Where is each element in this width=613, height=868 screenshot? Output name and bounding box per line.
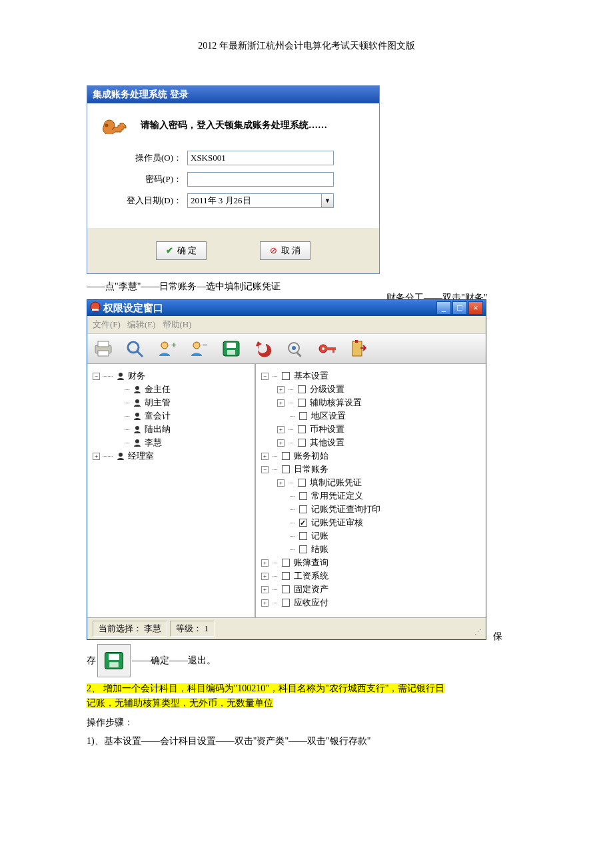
tree-expander-icon[interactable]: +: [261, 559, 269, 567]
perm-item[interactable]: ┈常用凭证定义: [261, 489, 480, 503]
toolbar-print-icon[interactable]: [90, 337, 117, 361]
operator-label: 操作员(O)：: [101, 152, 187, 164]
tree-person[interactable]: ┈李慧: [93, 436, 249, 449]
password-label: 密码(P)：: [101, 173, 187, 185]
checkbox[interactable]: [282, 599, 290, 607]
permission-window: 权限设定窗口 _ □ × 文件(F) 编辑(E) 帮助(H) + − − ┈┈ …: [87, 299, 486, 640]
perm-item[interactable]: −┈基本设置: [261, 369, 480, 383]
checkbox[interactable]: [299, 412, 307, 420]
password-input[interactable]: [187, 172, 334, 187]
close-button[interactable]: ×: [468, 301, 483, 315]
checkbox[interactable]: [282, 465, 290, 473]
save-line-prefix: 存: [87, 653, 96, 668]
perm-item[interactable]: +┈账簿查询: [261, 556, 480, 569]
person-name: 陆出纳: [145, 423, 171, 435]
toolbar-remove-user-icon[interactable]: −: [186, 337, 213, 361]
checkbox[interactable]: [298, 439, 306, 447]
minimize-button[interactable]: _: [436, 301, 451, 315]
toolbar-settings-icon[interactable]: [282, 337, 308, 361]
perm-item[interactable]: ┈记账凭证查询打印: [261, 503, 480, 516]
checkbox[interactable]: [299, 545, 307, 553]
operator-input[interactable]: [187, 151, 334, 165]
menu-edit[interactable]: 编辑(E): [127, 319, 156, 331]
tree-expander-icon[interactable]: +: [261, 586, 269, 593]
tree-expander-icon[interactable]: +: [261, 599, 269, 607]
checkbox[interactable]: [299, 492, 307, 500]
menu-file[interactable]: 文件(F): [93, 319, 121, 331]
toolbar-search-icon[interactable]: [122, 337, 149, 361]
svg-point-28: [135, 426, 139, 430]
tree-expander-icon[interactable]: +: [261, 573, 269, 580]
tree-expander-icon[interactable]: +: [277, 426, 285, 433]
perm-label: 基本设置: [294, 370, 328, 382]
checkbox[interactable]: [282, 452, 290, 460]
tree-expander-icon[interactable]: +: [277, 439, 285, 447]
tree-expander-icon[interactable]: −: [261, 466, 269, 473]
perm-item[interactable]: ┈地区设置: [261, 409, 480, 423]
person-icon: [133, 385, 142, 394]
svg-point-0: [105, 124, 109, 127]
toolbar-key-icon[interactable]: [314, 337, 340, 361]
tree-expander-icon[interactable]: +: [261, 453, 269, 460]
checkbox[interactable]: [298, 399, 306, 407]
checkbox[interactable]: [282, 559, 290, 567]
svg-rect-5: [98, 351, 109, 356]
perm-item[interactable]: +┈币种设置: [261, 423, 480, 436]
checkbox[interactable]: [298, 425, 306, 433]
perm-item[interactable]: +┈分级设置: [261, 383, 480, 396]
tree-person[interactable]: ┈胡主管: [93, 396, 249, 409]
checkbox[interactable]: [299, 505, 307, 513]
perm-item[interactable]: ┈记账: [261, 529, 480, 543]
cancel-button[interactable]: ⊘ 取 消: [260, 241, 310, 260]
save-icon[interactable]: [97, 644, 131, 677]
tree-person[interactable]: ┈陆出纳: [93, 423, 249, 436]
perm-label: 辅助核算设置: [310, 397, 362, 409]
chevron-down-icon[interactable]: ▼: [321, 194, 333, 207]
tree-collapse-icon[interactable]: −: [93, 373, 100, 380]
perm-item[interactable]: +┈账务初始: [261, 449, 480, 463]
perm-item[interactable]: +┈其他设置: [261, 436, 480, 449]
menu-help[interactable]: 帮助(H): [163, 319, 192, 331]
tree-expander-icon[interactable]: −: [261, 373, 269, 380]
checkbox[interactable]: [299, 519, 307, 527]
toolbar-undo-icon[interactable]: [250, 337, 277, 361]
perm-item[interactable]: +┈填制记账凭证: [261, 476, 480, 489]
checkbox[interactable]: [282, 572, 290, 580]
svg-point-24: [119, 373, 123, 377]
svg-rect-21: [332, 347, 334, 353]
resize-grip-icon[interactable]: ⋰: [474, 628, 480, 637]
tree-expander-icon[interactable]: +: [277, 479, 285, 487]
toolbar-add-user-icon[interactable]: +: [154, 337, 181, 361]
ok-button[interactable]: ✔ 确 定: [156, 241, 207, 260]
perm-item[interactable]: ┈记账凭证审核: [261, 516, 480, 529]
tree-expand-icon[interactable]: +: [93, 453, 100, 460]
toolbar-save-icon[interactable]: [218, 337, 245, 361]
tree-label[interactable]: 经理室: [128, 450, 154, 462]
svg-point-27: [135, 413, 139, 417]
left-tree: − ┈┈ 财务 ┈金主任┈胡主管┈童会计┈陆出纳┈李慧 + ┈┈ 经理室: [87, 364, 256, 617]
checkbox[interactable]: [282, 585, 290, 593]
checkbox[interactable]: [298, 385, 306, 393]
perm-label: 填制记账凭证: [310, 477, 362, 489]
tree-label[interactable]: 财务: [128, 370, 145, 382]
tree-expander-icon[interactable]: +: [277, 386, 285, 393]
svg-rect-33: [109, 662, 119, 667]
toolbar-exit-icon[interactable]: [346, 337, 372, 361]
perm-item[interactable]: −┈日常账务: [261, 463, 480, 476]
perm-item[interactable]: ┈结账: [261, 543, 480, 556]
tree-person[interactable]: ┈童会计: [93, 409, 249, 423]
checkbox[interactable]: [282, 372, 290, 380]
tree-expander-icon[interactable]: +: [277, 399, 285, 407]
date-input[interactable]: [187, 193, 334, 208]
perm-item[interactable]: +┈应收应付: [261, 596, 480, 609]
status-level-label: 等级：: [176, 623, 202, 633]
tree-person[interactable]: ┈金主任: [93, 383, 249, 396]
perm-item[interactable]: +┈固定资产: [261, 583, 480, 596]
checkbox[interactable]: [298, 479, 306, 487]
perm-item[interactable]: +┈辅助核算设置: [261, 396, 480, 409]
checkbox[interactable]: [299, 532, 307, 540]
perm-label: 工资系统: [294, 570, 328, 582]
person-name: 金主任: [145, 383, 171, 395]
maximize-button[interactable]: □: [452, 301, 467, 315]
perm-item[interactable]: +┈工资系统: [261, 569, 480, 583]
